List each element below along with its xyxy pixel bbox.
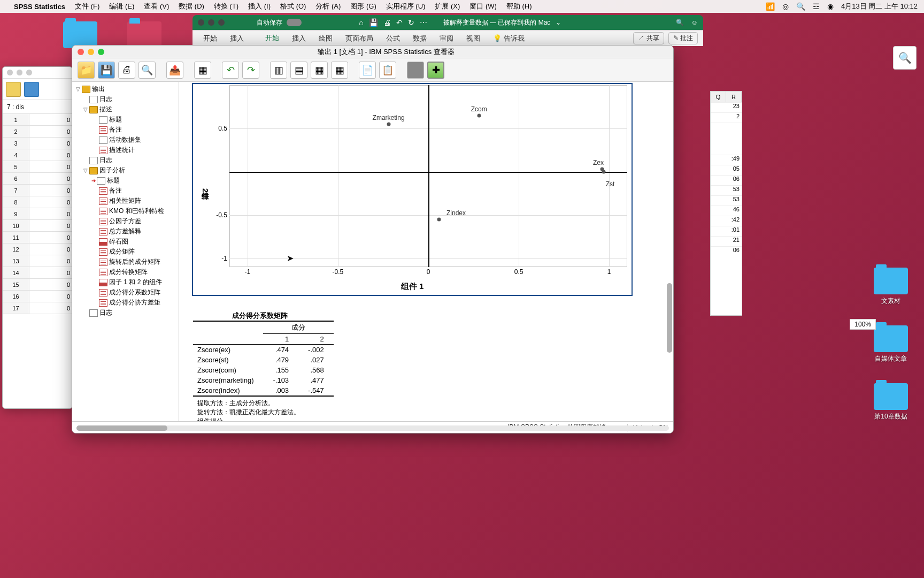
cell[interactable]: :42 <box>711 216 742 226</box>
cell[interactable]: 06 <box>711 247 742 256</box>
tree-log[interactable]: 日志 <box>99 156 112 165</box>
tree-item[interactable]: 公因子方差 <box>109 217 141 226</box>
tree-log[interactable]: 日志 <box>99 95 112 104</box>
tree-item[interactable]: 因子 1 和 2 的组件 <box>109 278 162 287</box>
tab-home[interactable]: 开始 <box>260 31 284 46</box>
select-button[interactable]: 📋 <box>379 62 396 79</box>
tab-insert[interactable]: 插入 <box>287 32 311 45</box>
cell[interactable]: :01 <box>711 226 742 236</box>
menu-graphs[interactable]: 图形 (G) <box>350 2 376 11</box>
cell[interactable]: 23 <box>711 103 742 112</box>
excel-zoom[interactable]: 100% <box>850 319 876 330</box>
scrollbar-v[interactable] <box>667 93 672 410</box>
tab-view[interactable]: 视图 <box>461 32 486 45</box>
data-grid[interactable]: 10 20 30 40 50 60 70 80 90 100 110 120 1… <box>3 114 72 314</box>
preview-button[interactable]: 🔍 <box>138 62 156 79</box>
tree-item[interactable]: 成分得分协方差矩 <box>109 298 160 307</box>
menu-help[interactable]: 帮助 (H) <box>506 2 532 11</box>
excel-search-button[interactable]: 🔍 <box>893 46 917 70</box>
tree-item[interactable]: 旋转后的成分矩阵 <box>109 257 160 267</box>
outline-tree[interactable]: ▽输出 日志 ▽描述 标题 备注 活动数据集 描述统计 日志 ▽因子分析 ➔标题… <box>72 82 179 421</box>
tree-item[interactable]: KMO 和巴特利特检 <box>109 207 164 216</box>
menu-edit[interactable]: 编辑 (E) <box>109 2 134 11</box>
cell[interactable]: 53 <box>711 186 742 195</box>
tab-home-left[interactable]: 开始 <box>198 32 222 45</box>
tree-item[interactable]: 描述统计 <box>109 146 135 155</box>
open-icon[interactable] <box>6 82 21 97</box>
traffic-lights[interactable] <box>78 49 104 55</box>
menu-utilities[interactable]: 实用程序 (U) <box>386 2 426 11</box>
tree-log[interactable]: 日志 <box>99 308 112 317</box>
goto-button[interactable]: ▥ <box>270 62 287 79</box>
traffic-lights[interactable] <box>198 19 225 26</box>
open-button[interactable]: 📁 <box>78 62 95 79</box>
tree-item[interactable]: 成分转换矩阵 <box>109 268 148 277</box>
print-button[interactable]: 🖨 <box>118 62 135 79</box>
tell-me[interactable]: 💡 告诉我 <box>488 32 530 45</box>
redo-button[interactable]: ↷ <box>242 62 259 79</box>
tab-insert-left[interactable]: 插入 <box>225 32 249 45</box>
tab-layout[interactable]: 页面布局 <box>340 32 379 45</box>
print-icon[interactable]: 🖨 <box>383 18 391 27</box>
col-header[interactable]: Q <box>711 92 726 102</box>
redo-icon[interactable]: ↻ <box>408 18 414 27</box>
app-name[interactable]: SPSS Statistics <box>14 3 65 11</box>
undo-button[interactable]: ↶ <box>222 62 239 79</box>
wifi-icon[interactable]: 📶 <box>766 2 775 11</box>
save-icon[interactable] <box>24 82 39 97</box>
add-button[interactable]: ✚ <box>427 62 444 79</box>
tree-desc[interactable]: 描述 <box>99 105 112 114</box>
menu-view[interactable]: 查看 (V) <box>144 2 169 11</box>
more-icon[interactable]: ⋯ <box>420 18 427 27</box>
search-icon[interactable]: 🔍 <box>796 2 805 11</box>
tree-item[interactable]: 备注 <box>109 186 122 195</box>
search-icon[interactable]: 🔍 <box>676 19 684 26</box>
menu-extensions[interactable]: 扩展 (X) <box>435 2 460 11</box>
tree-item[interactable]: 总方差解释 <box>109 227 141 236</box>
undo-icon[interactable]: ↶ <box>396 18 403 27</box>
tree-item[interactable]: 标题 <box>107 176 120 185</box>
dialog-button[interactable]: ▦ <box>194 62 211 79</box>
menu-data[interactable]: 数据 (D) <box>179 2 204 11</box>
cell[interactable]: 06 <box>711 176 742 185</box>
cell[interactable]: 2 <box>711 113 742 123</box>
cell[interactable]: 21 <box>711 237 742 246</box>
save-button[interactable]: 💾 <box>98 62 115 79</box>
tree-item[interactable]: 活动数据集 <box>109 135 141 144</box>
share-button[interactable]: ↗ 共享 <box>633 32 664 44</box>
tree-item[interactable]: 相关性矩阵 <box>109 196 141 206</box>
menu-file[interactable]: 文件 (F) <box>75 2 99 11</box>
output-content[interactable]: 组件 2 <box>179 82 673 421</box>
tree-item[interactable]: 成分得分系数矩阵 <box>109 288 160 297</box>
cell[interactable]: 46 <box>711 206 742 216</box>
siri-icon[interactable]: ◉ <box>827 2 834 11</box>
home-icon[interactable]: ⌂ <box>359 18 363 27</box>
cell[interactable]: 53 <box>711 196 742 206</box>
tree-item[interactable]: 成分矩阵 <box>109 247 135 256</box>
tree-item[interactable]: 备注 <box>109 125 122 134</box>
menu-format[interactable]: 格式 (O) <box>280 2 306 11</box>
col-header[interactable]: R <box>726 92 742 102</box>
desktop-folder[interactable]: 自媒体文章 <box>869 325 912 363</box>
dropdown-icon[interactable]: ⌄ <box>556 19 561 26</box>
insert-button[interactable]: 📄 <box>359 62 376 79</box>
clock[interactable]: 4月13日 周二 上午 10:12 <box>841 2 918 11</box>
cell[interactable]: :49 <box>711 155 742 165</box>
component-plot[interactable]: 组件 2 <box>192 83 633 296</box>
smiley-icon[interactable]: ☺ <box>691 19 698 26</box>
desktop-folder[interactable]: 第10章数据 <box>869 383 912 421</box>
menu-analyze[interactable]: 分析 (A) <box>315 2 341 11</box>
designate-button[interactable] <box>407 62 424 79</box>
menu-transform[interactable]: 转换 (T) <box>214 2 238 11</box>
cell[interactable]: 05 <box>711 165 742 175</box>
tab-draw[interactable]: 绘图 <box>313 32 338 45</box>
comment-button[interactable]: ✎ 批注 <box>668 32 698 44</box>
menu-insert[interactable]: 插入 (I) <box>248 2 271 11</box>
export-button[interactable]: 📤 <box>166 62 183 79</box>
traffic-lights[interactable] <box>3 67 72 79</box>
variables-button[interactable]: ▦ <box>311 62 328 79</box>
autosave-toggle[interactable] <box>287 19 302 26</box>
control-center-icon[interactable]: ☲ <box>813 2 820 11</box>
tab-formulas[interactable]: 公式 <box>381 32 405 45</box>
run-button[interactable]: ▦ <box>331 62 348 79</box>
